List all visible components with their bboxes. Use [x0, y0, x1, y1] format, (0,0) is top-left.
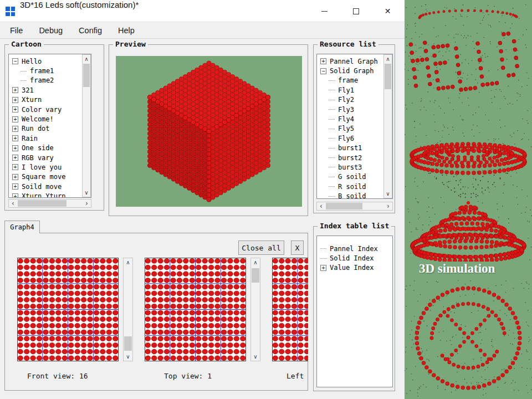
tab-graph4[interactable]: Graph4	[4, 221, 40, 233]
scroll-right-icon[interactable]: ›	[384, 202, 392, 210]
scroll-down-icon[interactable]: ∨	[83, 188, 90, 197]
scroll-left-icon[interactable]: ‹	[9, 200, 17, 207]
tree-toggle-icon[interactable]: +	[12, 174, 18, 180]
scroll-up-icon[interactable]: ∧	[124, 258, 132, 267]
minimize-button[interactable]	[309, 0, 340, 22]
scroll-up-icon[interactable]: ∧	[251, 258, 260, 267]
tree-item-pannel-index[interactable]: Pannel Index	[318, 244, 383, 253]
scroll-up-icon[interactable]: ∧	[384, 55, 392, 63]
minimize-icon	[321, 11, 328, 12]
tree-item-one-side[interactable]: +One side	[10, 144, 82, 153]
tree-toggle-icon[interactable]: +	[320, 265, 326, 271]
tree-item-soild-move[interactable]: +Soild move	[10, 182, 82, 191]
tree-item-fly3[interactable]: Fly3	[318, 105, 383, 114]
tree-item-hello[interactable]: −Hello	[10, 57, 82, 66]
scroll-down-icon[interactable]: ∨	[124, 352, 132, 361]
tree-item-fly1[interactable]: Fly1	[318, 85, 383, 95]
menu-help[interactable]: Help	[118, 26, 135, 35]
tree-item-burst1[interactable]: burst1	[318, 144, 383, 153]
scrollbar-thumb[interactable]	[18, 200, 66, 207]
tree-item-i-love-you[interactable]: +I love you	[10, 162, 82, 172]
tree-item-rain[interactable]: +Rain	[10, 134, 82, 143]
tree-toggle-icon[interactable]: +	[12, 193, 18, 198]
scroll-up-icon[interactable]: ∧	[83, 55, 90, 63]
preview-panel-title: Preview	[113, 40, 148, 48]
tree-item-run-dot[interactable]: +Run dot	[10, 124, 82, 134]
left-view-grid[interactable]	[272, 258, 308, 361]
tree-toggle-icon[interactable]: +	[12, 145, 18, 151]
tree-item-frame2[interactable]: frame2	[10, 76, 82, 85]
menu-file[interactable]: File	[10, 26, 23, 35]
tree-item-burst3[interactable]: burst3	[318, 162, 383, 172]
horizontal-scrollbar[interactable]: ‹›	[8, 199, 91, 208]
menu-debug[interactable]: Debug	[39, 26, 63, 35]
index-tree-listbox[interactable]: Pannel IndexSolid Index+Value Index	[316, 236, 393, 387]
scrollbar-thumb[interactable]	[252, 268, 259, 283]
scroll-left-icon[interactable]: ‹	[317, 202, 325, 210]
tree-toggle-icon[interactable]: +	[12, 164, 18, 170]
tree-item-xturn[interactable]: +Xturn	[10, 95, 82, 105]
scroll-down-icon[interactable]: ∨	[384, 190, 392, 198]
close-all-button[interactable]: Close all	[238, 241, 284, 255]
tree-toggle-icon[interactable]: +	[12, 116, 18, 122]
tree-toggle-icon[interactable]: +	[12, 87, 18, 93]
tree-item-r-soild[interactable]: R soild	[318, 182, 383, 191]
graph-editor-panel: Close all X Front view: 16 Top view: 1 L…	[4, 233, 308, 391]
tree-item-frame1[interactable]: frame1	[10, 66, 82, 75]
cartoon-panel: Cartoon −Helloframe1frame2+321+Xturn+Col…	[4, 44, 104, 211]
scrollbar-thumb[interactable]	[124, 336, 132, 351]
horizontal-scrollbar[interactable]: ‹›	[316, 202, 393, 211]
vertical-scrollbar[interactable]: ∧∨	[82, 54, 91, 197]
scrollbar-thumb[interactable]	[83, 64, 90, 87]
tree-connector	[329, 148, 335, 149]
tree-toggle-icon[interactable]: −	[320, 68, 326, 74]
tree-item-welcome-[interactable]: +Welcome!	[10, 114, 82, 124]
tree-toggle-icon[interactable]: +	[12, 183, 18, 190]
tree-toggle-icon[interactable]: −	[12, 58, 18, 64]
menu-config[interactable]: Config	[79, 26, 102, 35]
close-button[interactable]: ✕	[372, 0, 403, 22]
tree-item-fly6[interactable]: Fly6	[318, 134, 383, 143]
vertical-scrollbar[interactable]: ∧∨	[250, 258, 260, 361]
vertical-scrollbar[interactable]: ∧∨	[123, 258, 133, 361]
tree-item-color-vary[interactable]: +Color vary	[10, 105, 82, 114]
vertical-scrollbar[interactable]: ∧∨	[383, 54, 392, 198]
tree-item-b-soild[interactable]: B soild	[318, 191, 383, 199]
tree-item-square-move[interactable]: +Square move	[10, 172, 82, 182]
tree-item-g-soild[interactable]: G soild	[318, 172, 383, 182]
tree-item-xturn-yturn[interactable]: +Xturn Yturn	[10, 191, 82, 198]
cartoon-tree-listbox[interactable]: −Helloframe1frame2+321+Xturn+Color vary+…	[8, 54, 91, 198]
tree-item-fly4[interactable]: Fly4	[318, 114, 383, 124]
x-button[interactable]: X	[291, 241, 304, 255]
tree-item-frame[interactable]: frame	[318, 76, 383, 85]
tree-toggle-icon[interactable]: +	[12, 126, 18, 132]
scrollbar-thumb[interactable]	[385, 64, 391, 89]
tree-item-solid-graph[interactable]: −Solid Graph	[318, 66, 383, 75]
tree-item-label: burst3	[337, 163, 363, 171]
scroll-right-icon[interactable]: ›	[83, 200, 91, 207]
tree-toggle-icon[interactable]: +	[12, 106, 18, 112]
tree-item-value-index[interactable]: +Value Index	[318, 263, 383, 273]
tree-item-label: I love you	[21, 163, 63, 171]
tree-item-solid-index[interactable]: Solid Index	[318, 253, 383, 263]
top-view-grid[interactable]	[145, 258, 246, 361]
tree-item-burst2[interactable]: burst2	[318, 153, 383, 162]
front-view-grid[interactable]	[17, 258, 119, 361]
tree-item-fly2[interactable]: Fly2	[318, 95, 383, 105]
tree-connector	[329, 80, 335, 81]
tree-item-rgb-vary[interactable]: +RGB vary	[10, 153, 82, 162]
tree-toggle-icon[interactable]: +	[12, 97, 18, 103]
scrollbar-thumb[interactable]	[326, 203, 362, 209]
tree-toggle-icon[interactable]: +	[320, 58, 326, 64]
resource-tree-listbox[interactable]: +Pannel Graph−Solid GraphframeFly1Fly2Fl…	[316, 54, 393, 199]
tree-item-321[interactable]: +321	[10, 85, 82, 95]
left-view-caption: Left	[287, 372, 304, 380]
tree-item-pannel-graph[interactable]: +Pannel Graph	[318, 57, 383, 66]
resource-tree: +Pannel Graph−Solid GraphframeFly1Fly2Fl…	[318, 57, 383, 198]
tree-item-fly5[interactable]: Fly5	[318, 124, 383, 134]
maximize-button[interactable]	[340, 0, 372, 22]
tree-toggle-icon[interactable]: +	[12, 135, 18, 141]
scroll-down-icon[interactable]: ∨	[251, 352, 260, 361]
tree-toggle-icon[interactable]: +	[12, 155, 18, 161]
tree-item-label: Square move	[21, 173, 66, 181]
